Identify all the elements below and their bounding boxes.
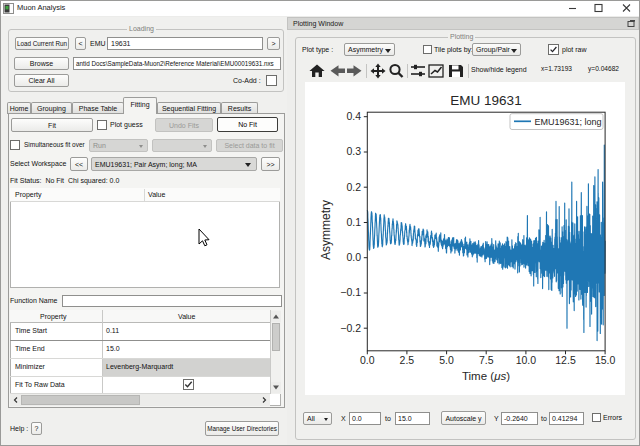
svg-text:0.4: 0.4 <box>346 110 361 122</box>
svg-text:0.3: 0.3 <box>346 145 361 157</box>
svg-text:15.0: 15.0 <box>595 354 616 366</box>
svg-text:0.1: 0.1 <box>346 216 361 228</box>
svg-text:10.0: 10.0 <box>516 354 537 366</box>
svg-text:0.0: 0.0 <box>360 354 375 366</box>
svg-text:−0.2: −0.2 <box>340 322 361 334</box>
svg-text:12.5: 12.5 <box>555 354 576 366</box>
svg-text:5.0: 5.0 <box>439 354 454 366</box>
svg-text:−0.1: −0.1 <box>340 286 361 298</box>
svg-text:7.5: 7.5 <box>479 354 494 366</box>
svg-text:Asymmetry: Asymmetry <box>319 200 333 260</box>
svg-text:0.0: 0.0 <box>346 251 361 263</box>
svg-text:Time (μs): Time (μs) <box>462 370 510 382</box>
svg-text:EMU19631; long: EMU19631; long <box>535 117 602 127</box>
svg-text:EMU 19631: EMU 19631 <box>450 93 521 108</box>
svg-text:0.2: 0.2 <box>346 181 361 193</box>
svg-text:2.5: 2.5 <box>400 354 415 366</box>
